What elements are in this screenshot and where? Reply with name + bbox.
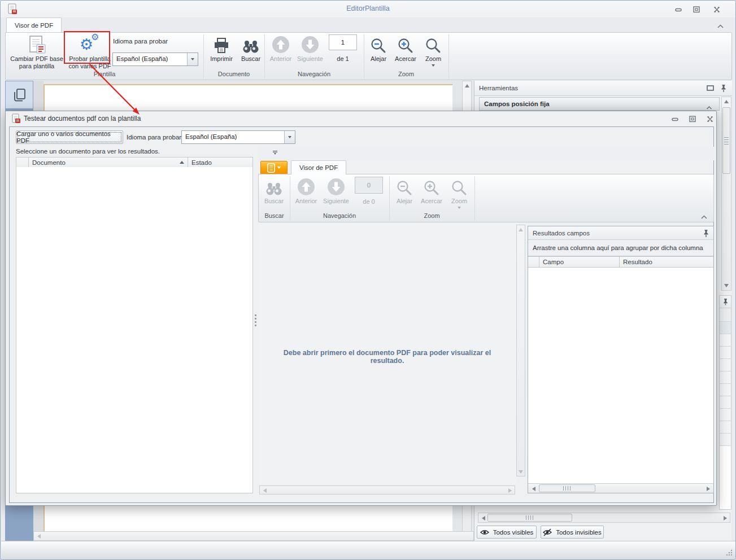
group-label-zoom: Zoom — [364, 71, 448, 77]
cambiar-pdf-base-button[interactable]: Cambiar PDF base para plantilla — [8, 34, 66, 70]
main-titlebar: EditorPlantilla — [1, 1, 735, 18]
acercar-button[interactable]: Acercar — [392, 34, 419, 63]
group-label-plantilla: Plantilla — [6, 71, 203, 77]
dialog-close-button[interactable] — [703, 114, 717, 124]
scroll-left-button[interactable] — [530, 485, 537, 492]
pin-icon[interactable] — [720, 296, 731, 308]
triangle-right-icon — [707, 487, 710, 491]
scroll-right-button[interactable] — [704, 485, 712, 492]
triangle-down-icon — [519, 470, 523, 474]
combo-dropdown-button[interactable] — [187, 53, 198, 65]
ribbon-options-toggle-icon[interactable] — [273, 151, 277, 155]
viewer-anterior-button[interactable]: Anterior — [292, 176, 320, 205]
column-header-campo[interactable]: Campo — [539, 257, 620, 267]
alejar-button[interactable]: Alejar — [366, 34, 391, 63]
groupby-drop-area[interactable]: Arrastre una columna aquí para agrupar p… — [528, 240, 713, 256]
triangle-up-icon — [465, 84, 469, 88]
row-indicator-header — [528, 257, 539, 267]
viewer-vertical-scrollbar[interactable] — [516, 225, 525, 476]
grid-row — [720, 334, 731, 347]
close-icon — [713, 6, 721, 13]
pin-icon[interactable] — [703, 229, 709, 239]
viewer-siguiente-button[interactable]: Siguiente — [321, 176, 351, 205]
scrollbar-thumb[interactable] — [722, 107, 730, 174]
column-header-resultado[interactable]: Resultado — [620, 257, 713, 267]
viewer-tab-visor-pdf[interactable]: Visor de PDF — [291, 160, 346, 174]
viewer-acercar-button[interactable]: Acercar — [418, 176, 445, 205]
group-label-navegacion: Navegación — [264, 71, 364, 77]
scroll-down-button[interactable] — [722, 281, 731, 290]
close-button[interactable] — [709, 5, 724, 14]
panel-vertical-scrollbar[interactable] — [721, 97, 731, 291]
dialog-idioma-combobox[interactable]: Español (España) — [181, 130, 295, 144]
pin-icon[interactable] — [721, 84, 726, 94]
magnifier-icon — [425, 34, 442, 55]
restore-icon — [689, 115, 696, 123]
scroll-down-button[interactable] — [517, 467, 525, 476]
todos-visibles-button[interactable]: Todos visibles — [477, 526, 537, 539]
editor-plantilla-window: EditorPlantilla Visor de PDF Cambiar PDF… — [0, 0, 736, 560]
viewer-ribbon-collapse-button[interactable] — [700, 212, 708, 222]
panel-horizontal-scrollbar[interactable] — [478, 513, 730, 523]
cargar-documentos-button[interactable]: Cargar uno o varios documentos PDF — [16, 130, 123, 144]
triangle-down-icon — [724, 284, 729, 287]
imprimir-button[interactable]: Imprimir — [207, 34, 236, 63]
pages-panel-button[interactable] — [6, 81, 33, 108]
siguiente-button[interactable]: Siguiente — [295, 34, 325, 63]
splitter-handle[interactable] — [254, 314, 257, 326]
dialog-maximize-button[interactable] — [685, 114, 700, 124]
idioma-combobox[interactable]: Español (España) — [112, 53, 198, 66]
campos-posicion-fija-bar[interactable]: Campos posición fija — [479, 97, 720, 111]
main-tab-visor-pdf[interactable]: Visor de PDF — [6, 18, 62, 32]
dock-icon[interactable] — [707, 85, 714, 93]
zoom-dropdown-button[interactable]: Zoom — [420, 34, 446, 67]
minimize-button[interactable] — [671, 5, 686, 14]
todos-invisibles-button[interactable]: Todos invisibles — [541, 526, 604, 539]
resultados-title: Resultados campos — [533, 230, 590, 237]
scrollbar-thumb[interactable] — [487, 514, 572, 522]
resultados-horizontal-scrollbar[interactable] — [528, 483, 713, 493]
anterior-button[interactable]: Anterior — [267, 34, 295, 63]
viewer-alejar-button[interactable]: Alejar — [392, 176, 417, 205]
scroll-left-button[interactable] — [480, 514, 487, 522]
resultados-table-body[interactable] — [528, 268, 713, 483]
scrollbar-thumb[interactable] — [539, 484, 595, 492]
buscar-button[interactable]: Buscar — [237, 34, 264, 63]
viewer-horizontal-scrollbar[interactable] — [259, 485, 515, 495]
scroll-left-button[interactable] — [35, 532, 43, 540]
viewer-group-label-buscar: Buscar — [259, 212, 290, 219]
doc-table-body[interactable] — [16, 167, 253, 493]
grid-row — [720, 347, 731, 359]
viewer-app-menu-button[interactable] — [260, 161, 288, 174]
chevron-up-icon — [700, 215, 708, 220]
scroll-right-button[interactable] — [721, 514, 729, 522]
combo-dropdown-button[interactable] — [284, 131, 295, 143]
scroll-right-button[interactable] — [506, 487, 513, 494]
herramientas-header: Herramientas — [474, 81, 732, 96]
binoculars-icon — [242, 34, 260, 55]
close-icon — [706, 116, 714, 123]
scroll-left-button[interactable] — [261, 487, 268, 494]
restore-button[interactable] — [689, 5, 704, 14]
ribbon-collapse-button[interactable] — [717, 21, 724, 31]
seleccione-hint: Seleccione un documento para ver los res… — [16, 148, 160, 155]
minimize-icon — [671, 116, 679, 123]
page-number-input[interactable]: 1 — [329, 34, 357, 50]
doc-horizontal-scrollbar[interactable] — [33, 531, 474, 541]
column-header-documento[interactable]: Documento — [29, 158, 188, 167]
viewer-buscar-button[interactable]: Buscar — [260, 176, 288, 205]
viewer-anterior-label: Anterior — [295, 198, 317, 205]
resize-grip-icon[interactable] — [726, 549, 733, 556]
chevron-down-icon — [277, 167, 281, 169]
triangle-up-icon — [519, 228, 523, 231]
minimize-icon — [674, 6, 682, 13]
viewer-zoom-dropdown-button[interactable]: Zoom — [446, 176, 472, 209]
idioma-probar-label: Idioma para probar — [113, 38, 168, 45]
dialog-minimize-button[interactable] — [668, 114, 682, 124]
column-header-estado[interactable]: Estado — [188, 158, 252, 167]
viewer-page-number-input[interactable]: 0 — [355, 177, 383, 194]
scroll-up-button[interactable] — [463, 81, 471, 90]
chevron-down-icon — [288, 136, 291, 138]
scroll-up-button[interactable] — [517, 225, 525, 234]
scroll-up-button[interactable] — [722, 97, 731, 106]
